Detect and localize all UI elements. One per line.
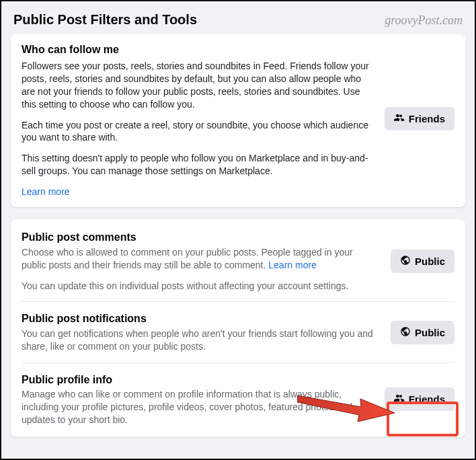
profile-info-audience-button[interactable]: Friends xyxy=(385,387,454,411)
follow-p2: Each time you post or create a reel, sto… xyxy=(22,119,372,145)
friends-icon xyxy=(394,112,405,125)
notifications-button-label: Public xyxy=(415,327,445,338)
section-public-comments: Public post comments Choose who is allow… xyxy=(22,221,454,301)
comments-learn-more-link[interactable]: Learn more xyxy=(268,260,317,270)
card-public-settings: Public post comments Choose who is allow… xyxy=(11,219,465,437)
page-title: Public Post Filters and Tools xyxy=(13,12,197,28)
follow-p3: This setting doesn't apply to people who… xyxy=(22,152,372,178)
comments-p2: You can update this on individual posts … xyxy=(22,280,379,293)
profile-info-button-label: Friends xyxy=(409,393,445,405)
profile-info-p1: Manage who can like or comment on profil… xyxy=(22,388,372,426)
public-icon xyxy=(400,326,411,339)
section-public-notifications: Public post notifications You can get no… xyxy=(22,301,454,362)
comments-button-label: Public xyxy=(415,256,445,267)
card-who-can-follow: Who can follow me Followers see your pos… xyxy=(11,34,465,207)
section-title-profile-info: Public profile info xyxy=(22,373,372,387)
comments-audience-button[interactable]: Public xyxy=(391,250,454,273)
follow-audience-button[interactable]: Friends xyxy=(385,107,454,130)
follow-button-label: Friends xyxy=(409,113,445,124)
notifications-audience-button[interactable]: Public xyxy=(391,321,454,344)
follow-p1: Followers see your posts, reels, stories… xyxy=(22,60,372,111)
section-title-notifications: Public post notifications xyxy=(22,311,379,326)
section-public-profile-info: Public profile info Manage who can like … xyxy=(22,362,454,436)
watermark: groovyPost.com xyxy=(385,13,463,28)
section-title-comments: Public post comments xyxy=(22,230,379,245)
section-body-follow: Followers see your posts, reels, stories… xyxy=(22,60,372,178)
notifications-p1: You can get notifications when people wh… xyxy=(22,328,379,353)
friends-icon xyxy=(394,393,405,406)
follow-learn-more-link[interactable]: Learn more xyxy=(22,186,70,197)
section-title-follow: Who can follow me xyxy=(22,44,454,56)
public-icon xyxy=(400,255,411,268)
